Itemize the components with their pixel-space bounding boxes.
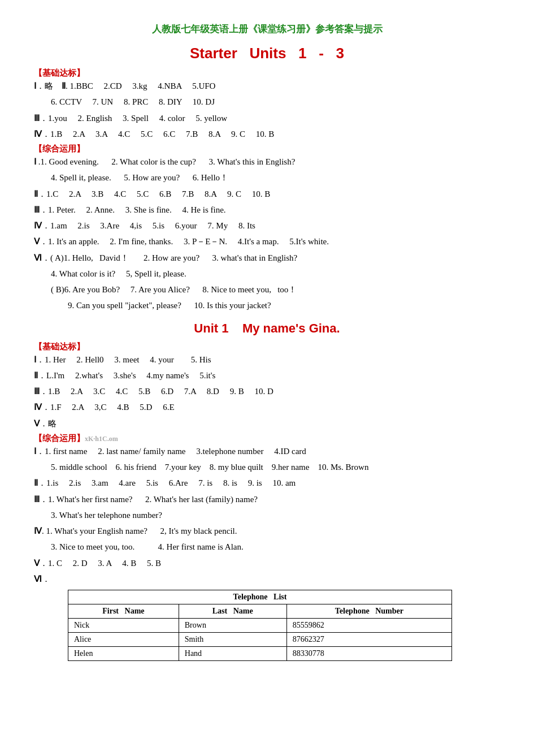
- unit1-comp-line1: Ⅰ．1. first name 2. last name/ family nam…: [34, 444, 500, 459]
- starter-comp-line4: Ⅲ．1. Peter. 2. Anne. 3. She is fine. 4. …: [34, 202, 500, 217]
- tag-comp-starter: 【综合运用】: [34, 144, 500, 154]
- starter-comp-line3: Ⅱ．1.C 2.A 3.B 4.C 5.C 6.B 7.B 8.A 9. C 1…: [34, 187, 500, 201]
- section-unit1: Unit 1 My name's Gina. 【基础达标】 Ⅰ．1. Her 2…: [34, 321, 500, 662]
- starter-basic-line3: Ⅲ．1.you 2. English 3. Spell 4. color 5. …: [34, 111, 500, 126]
- cell-telephone-2: 87662327: [286, 633, 451, 647]
- starter-basic-line1: Ⅰ．略 Ⅱ. 1.BBC 2.CD 3.kg 4.NBA 5.UFO: [34, 79, 500, 93]
- unit1-comp-line8: Ⅴ．1. C 2. D 3. A 4. B 5. B: [34, 556, 500, 571]
- cell-telephone-3: 88330778: [286, 647, 451, 661]
- telephone-table: Telephone List First Name Last Name Tele…: [68, 590, 452, 661]
- col-header-lastname: Last Name: [179, 604, 286, 619]
- page-title: 人教版七年级英语上册《课堂练习册》参考答案与提示: [34, 23, 500, 36]
- section-starter: Starter Units 1 - 3 【基础达标】 Ⅰ．略 Ⅱ. 1.BBC …: [34, 45, 500, 313]
- starter-comp-line8: 4. What color is it? 5, Spell it, please…: [51, 266, 500, 281]
- section-heading-unit1: Unit 1 My name's Gina.: [34, 321, 500, 336]
- unit1-basic-line5: Ⅴ．略: [34, 416, 500, 431]
- cell-firstname-3: Helen: [68, 647, 179, 661]
- cell-firstname-1: Nick: [68, 619, 179, 633]
- table-title: Telephone List: [68, 590, 452, 604]
- page-wrapper: 人教版七年级英语上册《课堂练习册》参考答案与提示 Starter Units 1…: [34, 23, 500, 661]
- cell-lastname-2: Smith: [179, 633, 286, 647]
- cell-lastname-3: Hand: [179, 647, 286, 661]
- unit1-comp-line2: 5. middle school 6. his friend 7.your ke…: [51, 460, 500, 474]
- table-row: Alice Smith 87662327: [68, 633, 452, 647]
- tag-basic-starter: 【基础达标】: [34, 68, 500, 79]
- cell-telephone-1: 85559862: [286, 619, 451, 633]
- starter-comp-line10: 9. Can you spell "jacket", please? 10. I…: [68, 298, 500, 313]
- starter-comp-line7: Ⅵ．( A)1. Hello, David！ 2. How are you? 3…: [34, 250, 500, 265]
- unit1-comp-line4: Ⅲ．1. What's her first name? 2. What's he…: [34, 492, 500, 507]
- unit1-comp-line6: Ⅳ. 1. What's your English name? 2, It's …: [34, 524, 500, 538]
- tag-basic-unit1: 【基础达标】: [34, 342, 500, 352]
- col-header-telephone: Telephone Number: [286, 604, 451, 619]
- unit1-basic-line2: Ⅱ．L.I'm 2.what's 3.she's 4.my name's 5.i…: [34, 368, 500, 383]
- starter-comp-line6: Ⅴ．1. It's an apple. 2. I'm fine, thanks.…: [34, 234, 500, 249]
- unit1-basic-line3: Ⅲ．1.B 2.A 3.C 4.C 5.B 6.D 7.A 8.D 9. B 1…: [34, 384, 500, 399]
- table-row: Helen Hand 88330778: [68, 647, 452, 661]
- table-row: Nick Brown 85559862: [68, 619, 452, 633]
- starter-comp-line2: 4. Spell it, please. 5. How are you? 6. …: [51, 170, 500, 185]
- unit1-comp-line3: Ⅱ．1.is 2.is 3.am 4.are 5.is 6.Are 7. is …: [34, 476, 500, 490]
- cell-firstname-2: Alice: [68, 633, 179, 647]
- starter-comp-line5: Ⅳ．1.am 2.is 3.Are 4,is 5.is 6.your 7. My…: [34, 218, 500, 233]
- starter-basic-line4: Ⅳ．1.B 2.A 3.A 4.C 5.C 6.C 7.B 8.A 9. C 1…: [34, 127, 500, 141]
- section-heading-starter: Starter Units 1 - 3: [34, 45, 500, 62]
- starter-basic-line2: 6. CCTV 7. UN 8. PRC 8. DIY 10. DJ: [51, 94, 500, 109]
- cell-lastname-1: Brown: [179, 619, 286, 633]
- unit1-comp-line9: Ⅵ．: [34, 572, 500, 586]
- starter-comp-line1: Ⅰ .1. Good evening. 2. What color is the…: [34, 154, 500, 169]
- unit1-basic-line1: Ⅰ．1. Her 2. Hell0 3. meet 4. your 5. His: [34, 352, 500, 367]
- unit1-comp-line7: 3. Nice to meet you, too. 4. Her first n…: [51, 539, 500, 554]
- unit1-comp-line5: 3. What's her telephone number?: [51, 508, 500, 522]
- tag-comp-unit1: 【综合运用】xK·h1C.om: [34, 433, 500, 444]
- starter-comp-line9: ( B)6. Are you Bob? 7. Are you Alice? 8.…: [51, 282, 500, 297]
- unit1-basic-line4: Ⅳ．1.F 2.A 3,C 4.B 5.D 6.E: [34, 400, 500, 414]
- col-header-firstname: First Name: [68, 604, 179, 619]
